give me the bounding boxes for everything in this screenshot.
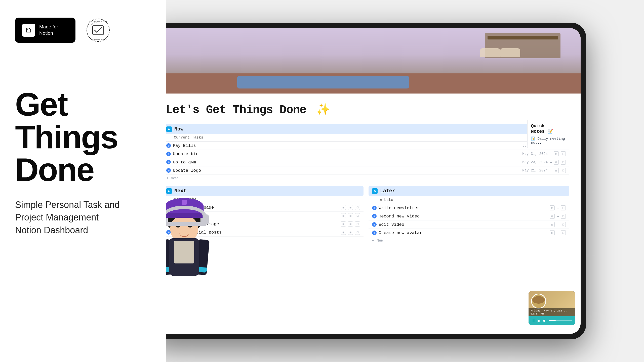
play-button[interactable]: ▶ bbox=[538, 318, 541, 323]
task-icon-grid[interactable]: ⊞ bbox=[554, 151, 559, 156]
task-bullet: ⊕ bbox=[372, 231, 377, 235]
svg-text:✦ NOTION CERTIFIED ✦: ✦ NOTION CERTIFIED ✦ bbox=[89, 38, 107, 40]
sneaker-left bbox=[480, 48, 500, 57]
task-row-update-logo[interactable]: ⊕ Update logo May 21, 2024 – ⊞ ☐ bbox=[166, 166, 569, 175]
later-label: Later bbox=[380, 188, 395, 194]
task-row-edit-video[interactable]: ⊕ Edit video ⊞ – ☐ bbox=[369, 220, 569, 229]
video-widget: Friday, May 17, 202... 02:37 PM ⏸ ▶ ⏭ bbox=[529, 291, 575, 325]
section-now: ▶ Now Current Tasks ⊕ Pay Bills June 2, … bbox=[166, 124, 569, 182]
room-carpet bbox=[237, 76, 409, 88]
later-icon: ↻ bbox=[372, 188, 378, 194]
char-shirt bbox=[174, 241, 194, 263]
task-icon[interactable]: ⊞ bbox=[341, 213, 346, 218]
section-now-header: ▶ Now bbox=[166, 124, 569, 134]
certified-badge: NOTION ✦ NOTION CERTIFIED ✦ ✦ NOTION CER… bbox=[86, 18, 111, 43]
heading-line2: Done bbox=[15, 153, 151, 186]
sneaker-right bbox=[500, 48, 520, 57]
page-title: Let's Get Things Done ✨ bbox=[166, 102, 569, 117]
task-icon[interactable]: ⊞ bbox=[550, 205, 555, 210]
next-label: Next bbox=[174, 188, 186, 194]
task-icon[interactable]: ⊞ bbox=[341, 205, 346, 210]
task-row-newsletter[interactable]: ⊕ Write newsletter ⊞ – ☐ bbox=[369, 204, 569, 212]
now-icon: ▶ bbox=[166, 126, 172, 132]
bottom-sections-row: ▶ Next Next Tasks ⊕ New landing page ⊞ ⊞ bbox=[166, 186, 569, 244]
task-icon[interactable]: ☐ bbox=[561, 205, 566, 210]
left-panel: Made for Notion NOTION ✦ NOTION CERTIFIE… bbox=[0, 0, 166, 362]
now-add-new[interactable]: + New bbox=[166, 175, 569, 182]
task-icon-check[interactable]: ☐ bbox=[561, 151, 566, 156]
task-bullet: ⊕ bbox=[372, 222, 377, 227]
task-row-pay-bills[interactable]: ⊕ Pay Bills June 2, 2024 – ⊞ ☐ bbox=[166, 142, 569, 150]
task-bullet: ⊕ bbox=[166, 152, 171, 156]
certified-circle-svg: NOTION ✦ NOTION CERTIFIED ✦ ✦ NOTION CER… bbox=[86, 18, 111, 43]
video-thumbnail: Friday, May 17, 202... 02:37 PM bbox=[529, 291, 575, 316]
section-later-header: ↻ Later bbox=[369, 186, 569, 196]
right-panel: Let's Get Things Done ✨ ▶ Now Current Ta… bbox=[166, 0, 644, 362]
thumbnail-face bbox=[532, 296, 545, 304]
next-icon: ▶ bbox=[166, 188, 172, 194]
task-icon[interactable]: ☐ bbox=[355, 221, 360, 227]
task-icon[interactable]: ☐ bbox=[355, 213, 360, 218]
task-icon[interactable]: ⊞ bbox=[348, 205, 353, 210]
quick-notes-item: 📝 Daily meeting no... bbox=[531, 137, 572, 145]
screen-header-image bbox=[166, 28, 581, 94]
now-label: Now bbox=[174, 126, 183, 132]
task-icon-check[interactable]: ☐ bbox=[561, 160, 566, 165]
task-bullet: ⊕ bbox=[166, 160, 171, 164]
task-icon[interactable]: ☐ bbox=[355, 205, 360, 210]
task-icon[interactable]: ⊞ bbox=[550, 222, 555, 227]
task-icon[interactable]: ⊞ bbox=[341, 230, 346, 235]
tablet-screen: Let's Get Things Done ✨ ▶ Now Current Ta… bbox=[166, 28, 581, 334]
task-row-avatar[interactable]: ⊕ Create new avatar ⊞ – ☐ bbox=[369, 229, 569, 237]
main-heading: Get Things Done bbox=[15, 88, 151, 186]
char-body bbox=[166, 201, 212, 289]
made-for-notion-badge: Made for Notion bbox=[15, 18, 75, 43]
later-tasks-label-row: ↻ Later bbox=[369, 196, 569, 204]
task-bullet: ⊕ bbox=[372, 214, 377, 218]
task-icon[interactable]: ☐ bbox=[561, 222, 566, 227]
current-tasks-label-row: Current Tasks bbox=[166, 134, 569, 142]
task-row-update-bio[interactable]: ⊕ Update bio May 31, 2024 – ⊞ ☐ bbox=[166, 150, 569, 158]
notion-n-icon bbox=[22, 24, 35, 37]
next-button[interactable]: ⏭ bbox=[543, 319, 547, 323]
task-icon[interactable]: ⊞ bbox=[348, 221, 353, 227]
quick-notes-title: QuickNotes 📝 bbox=[531, 123, 572, 134]
task-icon-grid[interactable]: ⊞ bbox=[554, 160, 559, 165]
heading-line1: Get Things bbox=[15, 88, 151, 153]
section-later: ↻ Later ↻ Later ⊕ Write newsletter ⊞ – bbox=[369, 186, 569, 244]
task-bullet: ⊕ bbox=[372, 206, 377, 210]
video-date-overlay: Friday, May 17, 202... 02:37 PM bbox=[529, 308, 575, 316]
cap-logo bbox=[182, 200, 187, 205]
video-progress-fill bbox=[549, 320, 556, 321]
now-subtitle: Current Tasks bbox=[174, 135, 203, 140]
task-bullet: ⊕ bbox=[166, 143, 171, 148]
notion-dashboard-content: Let's Get Things Done ✨ ▶ Now Current Ta… bbox=[166, 94, 581, 334]
task-icon[interactable]: ⊞ bbox=[348, 230, 353, 235]
page-title-text: Let's Get Things Done bbox=[166, 104, 306, 117]
task-icon[interactable]: ⊞ bbox=[341, 221, 346, 227]
task-icon-grid[interactable]: ⊞ bbox=[554, 168, 559, 173]
video-time: 02:37 PM bbox=[531, 312, 573, 315]
task-icon[interactable]: ☐ bbox=[355, 230, 360, 235]
task-row-gym[interactable]: ⊕ Go to gym May 23, 2024 – ⊞ ☐ bbox=[166, 158, 569, 166]
page-title-emoji: ✨ bbox=[316, 104, 330, 117]
char-headphones bbox=[166, 206, 206, 226]
video-date: Friday, May 17, 202... bbox=[531, 309, 573, 312]
task-bullet: ⊕ bbox=[166, 168, 171, 173]
quick-notes-panel: QuickNotes 📝 📝 Daily meeting no... bbox=[527, 120, 575, 148]
badges-row: Made for Notion NOTION ✦ NOTION CERTIFIE… bbox=[15, 18, 151, 43]
video-controls: ⏸ ▶ ⏭ bbox=[529, 316, 575, 325]
task-icon[interactable]: ⊞ bbox=[550, 230, 555, 235]
task-icon[interactable]: ⊞ bbox=[550, 214, 555, 219]
task-icon-check[interactable]: ☐ bbox=[561, 168, 566, 173]
tablet-frame: Let's Get Things Done ✨ ▶ Now Current Ta… bbox=[166, 23, 586, 339]
task-icon[interactable]: ⊞ bbox=[348, 213, 353, 218]
section-next-header: ▶ Next bbox=[166, 186, 364, 196]
task-icon[interactable]: ☐ bbox=[561, 230, 566, 235]
later-add-new[interactable]: + New bbox=[369, 237, 569, 244]
badge-text: Made for Notion bbox=[39, 24, 68, 36]
task-icon[interactable]: ☐ bbox=[561, 214, 566, 219]
pause-button[interactable]: ⏸ bbox=[532, 319, 536, 323]
task-row-record-video[interactable]: ⊕ Record new video ⊞ – ☐ bbox=[369, 212, 569, 220]
video-progress-bar[interactable] bbox=[549, 320, 572, 321]
